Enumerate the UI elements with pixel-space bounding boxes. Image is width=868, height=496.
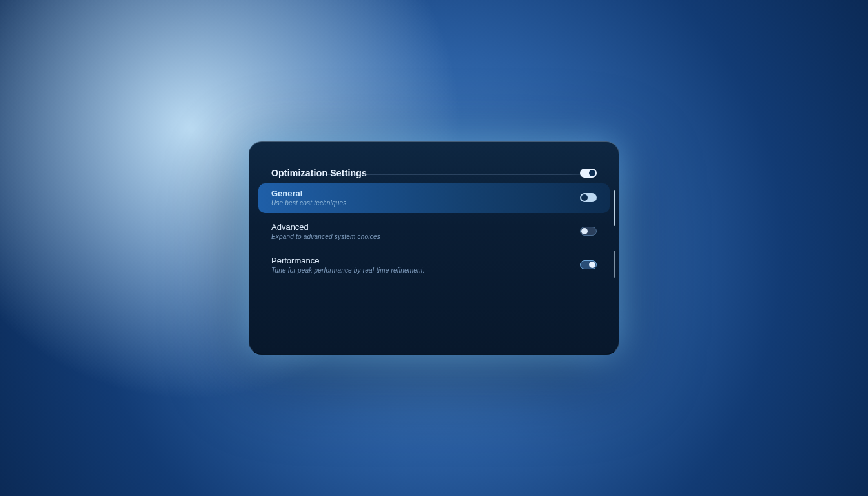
- toggle-knob: [581, 228, 588, 234]
- settings-panel: Optimization Settings General Use best c…: [249, 141, 619, 355]
- row-description: Expand to advanced system choices: [271, 233, 380, 240]
- settings-row-general[interactable]: General Use best cost techniques: [258, 183, 610, 213]
- settings-row-advanced[interactable]: Advanced Expand to advanced system choic…: [249, 217, 619, 247]
- settings-row-performance[interactable]: Performance Tune for peak performance by…: [249, 251, 619, 280]
- optimization-master-toggle[interactable]: [580, 169, 597, 178]
- toggle-knob: [589, 262, 595, 268]
- panel-header-row: Optimization Settings: [249, 168, 619, 178]
- scrollbar-thumb[interactable]: [614, 190, 615, 226]
- row-description: Tune for peak performance by real-time r…: [271, 267, 425, 274]
- panel-title: Optimization Settings: [271, 168, 367, 178]
- scrollbar-thumb[interactable]: [614, 251, 615, 278]
- advanced-toggle[interactable]: [580, 227, 597, 236]
- row-label: General: [271, 189, 347, 198]
- row-label: Advanced: [271, 222, 380, 232]
- row-text: Advanced Expand to advanced system choic…: [271, 222, 380, 240]
- row-label: Performance: [271, 256, 425, 265]
- row-text: General Use best cost techniques: [271, 189, 347, 207]
- row-description: Use best cost techniques: [271, 200, 347, 207]
- performance-toggle[interactable]: [580, 260, 597, 269]
- general-toggle[interactable]: [580, 193, 597, 202]
- row-text: Performance Tune for peak performance by…: [271, 256, 425, 274]
- settings-panel-glow: Optimization Settings General Use best c…: [249, 141, 619, 355]
- toggle-knob: [581, 194, 588, 201]
- toggle-knob: [589, 170, 595, 176]
